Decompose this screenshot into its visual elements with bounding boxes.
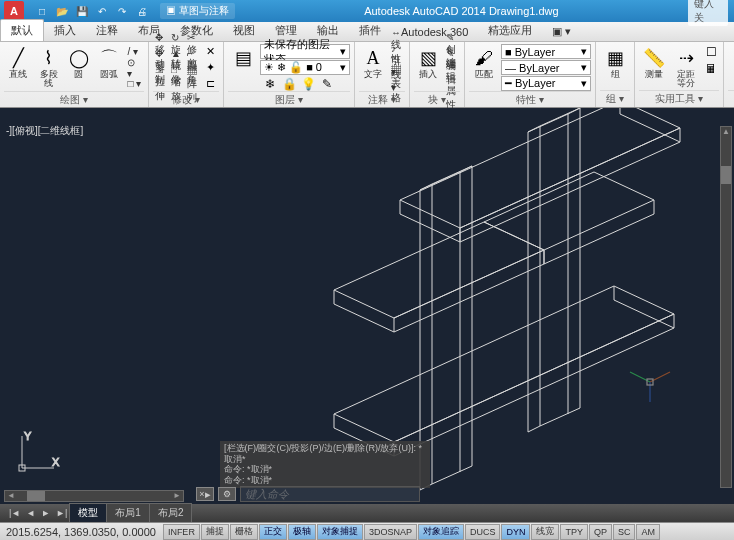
panel-groups: ▦组 组 ▾ [596, 42, 635, 107]
horizontal-scrollbar[interactable] [4, 490, 184, 502]
layer-lock-icon[interactable]: 🔒 [281, 76, 297, 92]
panel-properties: 🖌匹配 ■ ByLayer▾ — ByLayer▾ ━ ByLayer▾ 特性 … [465, 42, 596, 107]
tab-insert[interactable]: 插入 [44, 20, 86, 41]
undo-icon[interactable]: ↶ [94, 3, 110, 19]
redo-icon[interactable]: ↷ [114, 3, 130, 19]
svg-text:Y: Y [24, 430, 32, 442]
panel-layers-title[interactable]: 图层 ▾ [228, 91, 350, 108]
divide-button[interactable]: ⇢定距等分 [671, 44, 701, 90]
group-icon: ▦ [603, 46, 627, 70]
explode-icon: ✦ [203, 61, 217, 75]
toggle-dyn[interactable]: DYN [501, 524, 530, 540]
circle-button[interactable]: ◯圆 [65, 44, 93, 81]
panel-utilities-title[interactable]: 实用工具 ▾ [639, 90, 719, 107]
tab-layout1[interactable]: 布局1 [106, 503, 150, 523]
toggle-lwt[interactable]: 线宽 [531, 524, 559, 540]
toggle-otrack[interactable]: 对象追踪 [418, 524, 464, 540]
toggle-osnap[interactable]: 对象捕捉 [317, 524, 363, 540]
panel-modify-title[interactable]: 修改 ▾ [153, 91, 219, 108]
command-history: [栏选(F)/圈交(C)/投影(P)/边(E)/删除(R)/放弃(U)]: *取… [220, 441, 430, 488]
layout-first-icon[interactable]: |◄ [6, 508, 23, 518]
quick-calc-icon[interactable]: 🖩 [703, 61, 719, 77]
layer-state-dropdown[interactable]: 未保存的图层状态▾ [260, 44, 350, 59]
tab-view[interactable]: 视图 [223, 20, 265, 41]
select-all-icon[interactable]: ☐ [703, 44, 719, 60]
coordinates-display[interactable]: 2015.6254, 1369.0350, 0.0000 [0, 526, 162, 538]
view-cube-cursor[interactable] [626, 358, 674, 408]
command-config-icon[interactable]: ⚙ [218, 487, 236, 501]
draw-extra-2[interactable]: ⊙ ▾ [125, 60, 144, 75]
layer-freeze-icon[interactable]: ❄ [262, 76, 278, 92]
toggle-grid[interactable]: 栅格 [230, 524, 258, 540]
layout-prev-icon[interactable]: ◄ [23, 508, 38, 518]
mod-ext-1[interactable]: ✕ [201, 44, 219, 59]
open-icon[interactable]: 📂 [54, 3, 70, 19]
title-text: Autodesk AutoCAD 2014 Drawing1.dwg [235, 5, 688, 17]
tab-a360[interactable]: Autodesk 360 [391, 23, 478, 41]
array-button[interactable]: ▦ 阵列 [185, 76, 199, 91]
match-properties-button[interactable]: 🖌匹配 [469, 44, 499, 81]
toggle-sc[interactable]: SC [613, 524, 636, 540]
tab-plugins[interactable]: 插件 [349, 20, 391, 41]
tab-annotate[interactable]: 注释 [86, 20, 128, 41]
table-button[interactable]: ▦ 表格 [389, 76, 405, 91]
layer-off-icon[interactable]: 💡 [300, 76, 316, 92]
panel-block-title[interactable]: 块 ▾ [414, 91, 460, 108]
toggle-tpy[interactable]: TPY [560, 524, 588, 540]
line-button[interactable]: ╱直线 [4, 44, 32, 81]
edit-attrib-button[interactable]: ✎ 编辑属性 ▾ [444, 76, 460, 91]
toggle-qp[interactable]: QP [589, 524, 612, 540]
new-icon[interactable]: □ [34, 3, 50, 19]
toggle-snap[interactable]: 捕捉 [201, 524, 229, 540]
text-button[interactable]: A文字 [359, 44, 387, 81]
layout-last-icon[interactable]: ►| [53, 508, 70, 518]
layout-next-icon[interactable]: ► [38, 508, 53, 518]
mod-ext-2[interactable]: ✦ [201, 60, 219, 75]
app-logo[interactable]: A [4, 1, 24, 21]
tab-layout2[interactable]: 布局2 [149, 503, 193, 523]
paste-button[interactable]: 📋粘贴 [728, 44, 734, 81]
toggle-polar[interactable]: 极轴 [288, 524, 316, 540]
vertical-scrollbar[interactable] [720, 126, 732, 488]
toggle-ortho[interactable]: 正交 [259, 524, 287, 540]
ucs-icon: Y X [14, 430, 60, 478]
layer-properties-button[interactable]: ▤ [228, 44, 258, 72]
tab-model[interactable]: 模型 [69, 503, 107, 523]
panel-properties-title[interactable]: 特性 ▾ [469, 91, 591, 108]
measure-button[interactable]: 📏测量 [639, 44, 669, 81]
toggle-ducs[interactable]: DUCS [465, 524, 501, 540]
panel-clipboard-title[interactable]: 剪贴板 [728, 90, 734, 107]
toggle-infer[interactable]: INFER [163, 524, 200, 540]
group-button[interactable]: ▦组 [600, 44, 630, 81]
tab-featured[interactable]: 精选应用 [478, 20, 542, 41]
tab-extra[interactable]: ▣ ▾ [542, 22, 581, 41]
layer-match-icon[interactable]: ✎ [319, 76, 335, 92]
toggle-am[interactable]: AM [636, 524, 660, 540]
command-prompt-icon[interactable]: ×▸ [196, 487, 214, 501]
drawing-canvas[interactable]: -][俯视][二维线框] [0, 108, 734, 504]
panel-annotation-title[interactable]: 注释 ▾ [359, 91, 405, 108]
mod-ext-3[interactable]: ⊏ [201, 76, 219, 91]
draw-extra-3[interactable]: □ ▾ [125, 76, 144, 91]
polyline-button[interactable]: ⌇多段线 [34, 44, 62, 90]
panel-draw-title[interactable]: 绘图 ▾ [4, 91, 144, 108]
search-input[interactable]: 键入关 [688, 0, 728, 26]
panel-modify: ✥ 移动 ✥ 复制 ⇲ 拉伸 ↻ 旋转 ▲ 镜像 □ 缩放 ✂ 修剪 ⌐ 圆角 … [149, 42, 224, 107]
stretch-button[interactable]: ⇲ 拉伸 [153, 76, 167, 91]
color-dropdown[interactable]: ■ ByLayer▾ [501, 44, 591, 59]
workspace-dropdown[interactable]: ▣ 草图与注释 [160, 3, 235, 19]
tab-default[interactable]: 默认 [0, 19, 44, 41]
panel-groups-title[interactable]: 组 ▾ [600, 90, 630, 107]
print-icon[interactable]: 🖨 [134, 3, 150, 19]
arc-button[interactable]: ⌒圆弧 [95, 44, 123, 81]
panel-utilities: 📏测量 ⇢定距等分 ☐ 🖩 实用工具 ▾ [635, 42, 724, 107]
lineweight-dropdown[interactable]: — ByLayer▾ [501, 60, 591, 75]
toggle-3dosnap[interactable]: 3DOSNAP [364, 524, 417, 540]
save-icon[interactable]: 💾 [74, 3, 90, 19]
insert-block-button[interactable]: ▧插入 [414, 44, 442, 81]
current-layer-dropdown[interactable]: ☀ ❄ 🔓 ■ 0▾ [260, 60, 350, 75]
command-input[interactable]: 键入命令 [240, 486, 420, 502]
linetype-dropdown[interactable]: ━ ByLayer▾ [501, 76, 591, 91]
arc-icon: ⌒ [97, 46, 121, 70]
scale-button[interactable]: □ 缩放 [169, 76, 183, 91]
